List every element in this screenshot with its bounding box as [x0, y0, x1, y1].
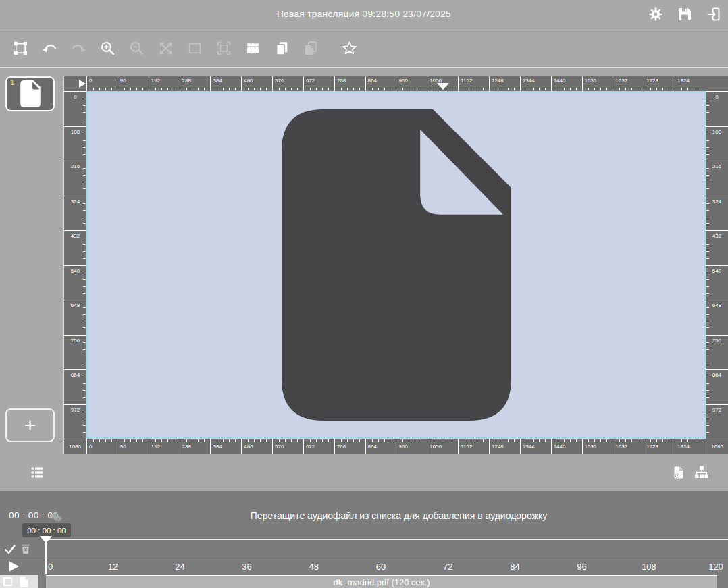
ruler-label: 480 — [244, 78, 253, 84]
ruler-tick — [83, 314, 86, 315]
table-icon[interactable] — [244, 39, 261, 57]
exit-icon[interactable] — [705, 5, 723, 23]
ruler-tick — [594, 88, 595, 90]
vertical-ruler-right: 0108216324432540648756864972 — [706, 91, 728, 439]
ruler-label: 1536 — [585, 78, 597, 84]
ruler-tick — [83, 210, 86, 211]
playhead-line[interactable] — [45, 540, 47, 574]
ruler-cell: 192 — [149, 76, 180, 91]
ruler-tick — [656, 439, 657, 442]
ruler-tick — [83, 244, 86, 245]
fit-selection-icon[interactable] — [215, 39, 232, 57]
slide-options-bar — [0, 454, 728, 491]
ruler-tick — [192, 439, 192, 442]
ruler-cell: 108 — [64, 126, 86, 161]
vertical-ruler-left: 0108216324432540648756864972 — [64, 91, 86, 439]
ruler-tick — [248, 88, 249, 90]
ruler-tick — [83, 321, 86, 321]
ruler-tick — [477, 88, 477, 90]
ruler-tick — [83, 307, 86, 308]
redo-icon[interactable] — [70, 39, 87, 57]
ruler-origin-arrow-icon — [79, 80, 86, 88]
ruler-cell: 1152 — [458, 439, 489, 454]
ruler-tick — [669, 439, 669, 442]
ruler-tick — [588, 439, 589, 442]
settings-gear-icon[interactable] — [647, 5, 665, 23]
ruler-tick — [700, 439, 700, 442]
ruler-label: 960 — [398, 78, 407, 84]
placeholder-document-icon[interactable] — [282, 109, 511, 421]
undo-icon[interactable] — [41, 39, 58, 57]
favorite-star-icon[interactable] — [340, 39, 358, 57]
track-checkbox[interactable] — [3, 577, 12, 586]
ruler-tick — [625, 439, 626, 442]
zoom-out-icon[interactable] — [128, 39, 145, 57]
ruler-tick — [706, 412, 709, 412]
slide-thumbnail[interactable]: 1 — [5, 76, 55, 111]
ruler-label: 1056 — [430, 78, 442, 84]
copy-icon[interactable] — [273, 39, 290, 57]
timeline-ruler[interactable]: 01224364860728496108120 — [0, 558, 728, 574]
ruler-tick — [440, 88, 440, 90]
ruler-cell: 1440 — [551, 439, 582, 454]
timeline-separator — [46, 539, 728, 540]
sitemap-icon[interactable] — [693, 464, 710, 481]
ruler-tick — [359, 439, 360, 442]
ruler-tick — [681, 439, 682, 442]
ruler-tick — [706, 432, 709, 433]
ruler-tick — [706, 182, 709, 182]
page-settings-icon[interactable] — [671, 464, 689, 481]
duplicate-icon[interactable] — [302, 39, 319, 57]
ruler-tick — [415, 88, 415, 90]
zoom-in-icon[interactable] — [99, 39, 116, 57]
ruler-tick — [483, 88, 484, 90]
ruler-tick — [533, 439, 534, 442]
ruler-tick — [130, 88, 131, 90]
select-transform-icon[interactable] — [11, 39, 29, 57]
ruler-tick — [706, 321, 709, 321]
ruler-tick — [297, 88, 298, 90]
ruler-tick — [600, 88, 601, 90]
ruler-tick — [260, 88, 261, 90]
ruler-tick — [174, 88, 174, 90]
slide-canvas[interactable] — [86, 91, 706, 439]
ruler-cell: 864 — [64, 369, 86, 404]
ruler-tick — [217, 439, 217, 442]
ruler-cell: 192 — [149, 439, 180, 454]
ruler-tick — [558, 439, 558, 442]
ruler-cell: 0 — [86, 439, 118, 454]
playlist-icon[interactable] — [28, 464, 46, 481]
ruler-tick — [527, 439, 527, 442]
ruler-cell: 108 — [706, 126, 728, 161]
ruler-cell: 1632 — [613, 439, 644, 454]
timeline-second-label: 36 — [242, 562, 251, 572]
ruler-cell: 324 — [64, 196, 86, 231]
ruler-tick — [83, 432, 86, 433]
ruler-tick — [533, 88, 534, 90]
ruler-tick — [706, 119, 709, 119]
resize-arrows-icon[interactable] — [157, 39, 174, 57]
ruler-tick — [706, 383, 709, 384]
ruler-tick — [650, 439, 651, 442]
save-icon[interactable] — [676, 5, 694, 23]
rectangle-icon[interactable] — [186, 39, 203, 57]
confirm-check-icon[interactable] — [4, 543, 16, 554]
ruler-cell: 324 — [706, 196, 728, 231]
ruler-tick — [706, 279, 709, 280]
play-icon[interactable] — [9, 561, 19, 572]
ruler-tick — [347, 439, 348, 442]
ruler-cell: 0 — [706, 91, 728, 126]
delete-trash-icon[interactable] — [19, 542, 32, 556]
ruler-tick — [204, 88, 205, 90]
playhead-time-tooltip: 00 : 00 : 00 — [22, 523, 71, 537]
ruler-cell: 1728 — [644, 76, 675, 91]
ruler-tick — [706, 140, 709, 141]
ruler-tick — [706, 210, 709, 211]
audio-track-zone: 00 : 00 : 00 Перетащите аудиофайл из спи… — [0, 491, 728, 540]
ruler-label: 1632 — [615, 78, 627, 84]
add-slide-button[interactable]: + — [5, 408, 55, 442]
playhead-handle[interactable] — [40, 536, 52, 543]
ruler-cell: 0 — [64, 91, 86, 126]
audio-clip-bar[interactable]: dk_madrid.pdf (120 сек.) — [46, 575, 717, 588]
ruler-tick — [124, 88, 125, 90]
